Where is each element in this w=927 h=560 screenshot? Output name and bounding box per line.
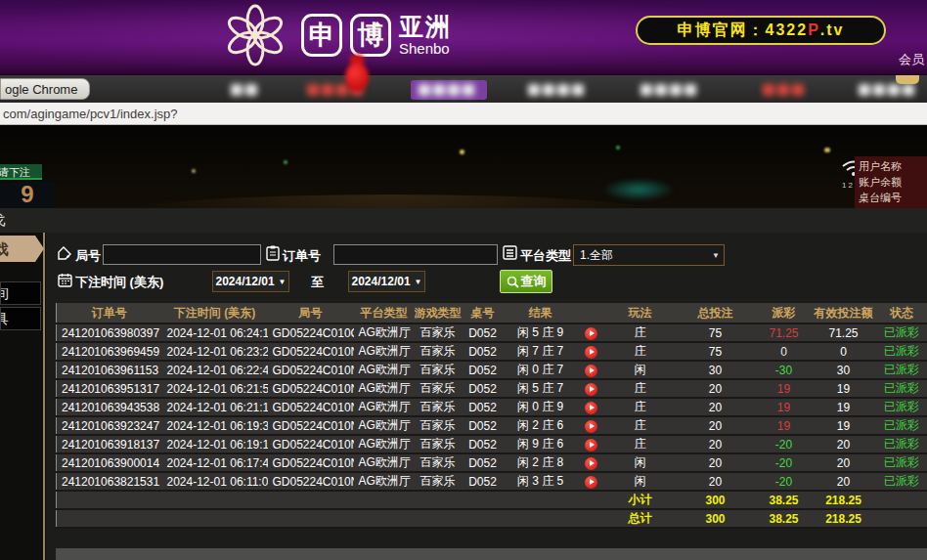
replay-icon[interactable] (585, 457, 597, 470)
cell-bet-type: 庄 (606, 416, 675, 435)
info-row: 桌台编号 (859, 190, 927, 205)
total-row: 总计 300 38.25 218.25 (57, 509, 927, 528)
cell-status: 已派彩 (876, 416, 927, 435)
tag-icon (58, 246, 72, 261)
replay-icon[interactable] (585, 365, 597, 377)
round-input[interactable] (103, 244, 261, 265)
sidebar-divider (43, 233, 45, 560)
replay-icon[interactable] (585, 383, 597, 396)
nav-item-blurred[interactable] (859, 84, 914, 97)
cell-game-type: 百家乐 (415, 361, 462, 379)
cell-platform: AG欧洲厅 (354, 361, 415, 379)
chevron-down-icon: ▼ (279, 278, 287, 286)
platform-select[interactable]: 1.全部 ▼ (573, 244, 725, 266)
url-text: com/agingame/pcv1/index.jsp? (3, 107, 178, 121)
clipboard-icon (266, 245, 280, 261)
logo-char-box-1: 申 (301, 14, 342, 57)
cell-platform: AG欧洲厅 (354, 453, 415, 472)
cell-status: 已派彩 (876, 472, 927, 491)
platform-list-icon (503, 245, 517, 260)
table-body: 241201063980397 2024-12-01 06:24:18 GD05… (57, 323, 927, 491)
sidebar-item-label: 戏 (0, 236, 9, 262)
cell-valid-bet: 20 (812, 453, 876, 472)
cell-bet-time: 2024-12-01 06:11:09 (162, 472, 268, 491)
cell-valid-bet: 0 (812, 342, 876, 361)
cell-replay (577, 398, 606, 416)
column-header: 结果 (505, 303, 577, 323)
cell-bet-type: 闲 (606, 361, 675, 379)
badge-red-letter: P (808, 22, 820, 39)
corner-tab[interactable] (896, 75, 919, 84)
bottom-scroll-track[interactable] (56, 548, 927, 560)
date-from-select[interactable]: 2024/12/01 ▼ (212, 271, 289, 292)
platform-label: 平台类型 (520, 247, 571, 265)
cell-platform: AG欧洲厅 (354, 342, 415, 361)
cell-round-no: GD05224C010NZ (268, 342, 354, 361)
screen: 申 博 亚洲 Shenbo 申博官网：4322P.tv 会员 ogle Chro… (0, 0, 927, 560)
sidebar-item[interactable]: 具 (0, 307, 41, 330)
column-header: 派彩 (757, 303, 812, 323)
cell-valid-bet: 19 (812, 416, 876, 435)
cell-replay (577, 453, 606, 472)
cell-bet-time: 2024-12-01 06:17:41 (162, 453, 268, 472)
cell-result: 闲 2 庄 6 (505, 416, 577, 435)
replay-icon[interactable] (585, 476, 597, 489)
cell-valid-bet: 19 (812, 379, 876, 398)
bet-records-table: 订单号下注时间 (美东)局号平台类型游戏类型桌号结果玩法总投注派彩有效投注额状态… (56, 303, 927, 529)
cell-round-no: GD05224C010NW (268, 398, 354, 416)
nav-item-blurred[interactable] (231, 84, 257, 97)
order-input[interactable] (333, 244, 498, 265)
search-button[interactable]: 查询 (500, 270, 552, 293)
cell-replay (577, 323, 606, 342)
chevron-down-icon: ▼ (415, 278, 422, 286)
table-row: 241201063923247 2024-12-01 06:19:39 GD05… (57, 416, 927, 435)
cell-result: 闲 9 庄 6 (505, 435, 577, 453)
column-header: 平台类型 (354, 303, 415, 323)
cell-replay (577, 342, 606, 361)
cell-payout: 0 (757, 342, 812, 361)
replay-icon[interactable] (585, 346, 597, 359)
cell-total-bet: 75 (675, 323, 757, 342)
cell-bet-time: 2024-12-01 06:23:24 (162, 342, 268, 361)
sidebar-item-active[interactable]: 戏 (0, 236, 44, 262)
lantern-ornament-icon (344, 55, 370, 100)
cell-total-bet: 30 (675, 361, 757, 379)
order-label: 订单号 (283, 247, 321, 265)
cell-bet-type: 庄 (606, 342, 675, 361)
cell-result: 闲 7 庄 7 (505, 342, 577, 361)
cell-total-bet: 20 (675, 472, 757, 491)
cell-status: 已派彩 (876, 435, 927, 453)
official-site-badge[interactable]: 申博官网：4322P.tv (636, 16, 886, 45)
total-payout: 38.25 (757, 509, 812, 528)
nav-item-blurred[interactable] (528, 84, 584, 97)
cell-bet-time: 2024-12-01 06:22:44 (162, 361, 268, 379)
sidebar-item[interactable]: 间 (0, 281, 41, 305)
cell-total-bet: 20 (675, 379, 757, 398)
url-bar[interactable]: com/agingame/pcv1/index.jsp? (0, 103, 927, 125)
replay-icon[interactable] (585, 439, 597, 452)
member-link[interactable]: 会员 (899, 51, 924, 68)
cell-order-no: 241201063923247 (57, 416, 162, 435)
cell-status: 已派彩 (876, 379, 927, 398)
nav-item-blurred[interactable] (763, 84, 804, 97)
cell-result: 闲 5 庄 9 (505, 323, 577, 342)
cell-bet-time: 2024-12-01 06:21:56 (162, 379, 268, 398)
cell-bet-time: 2024-12-01 06:19:14 (162, 435, 268, 453)
replay-icon[interactable] (585, 420, 597, 433)
round-label: 局号 (75, 247, 101, 265)
bet-time-label: 下注时间 (美东) (75, 274, 163, 291)
cell-payout: 71.25 (757, 323, 812, 342)
subtotal-row: 小计 300 38.25 218.25 (57, 491, 927, 509)
cell-platform: AG欧洲厅 (354, 416, 415, 435)
nav-item-blurred[interactable] (419, 84, 474, 97)
nav-item-blurred[interactable] (640, 84, 696, 97)
replay-icon[interactable] (585, 327, 597, 340)
badge-suffix: .tv (820, 22, 845, 39)
cell-result: 闲 0 庄 7 (505, 361, 577, 379)
cell-status: 已派彩 (876, 453, 927, 472)
date-to-select[interactable]: 2024/12/01 ▼ (348, 271, 425, 292)
replay-icon[interactable] (585, 402, 597, 414)
table-row: 241201063969459 2024-12-01 06:23:24 GD05… (57, 342, 927, 361)
cell-result: 闲 0 庄 9 (505, 398, 577, 416)
cell-valid-bet: 71.25 (812, 323, 876, 342)
